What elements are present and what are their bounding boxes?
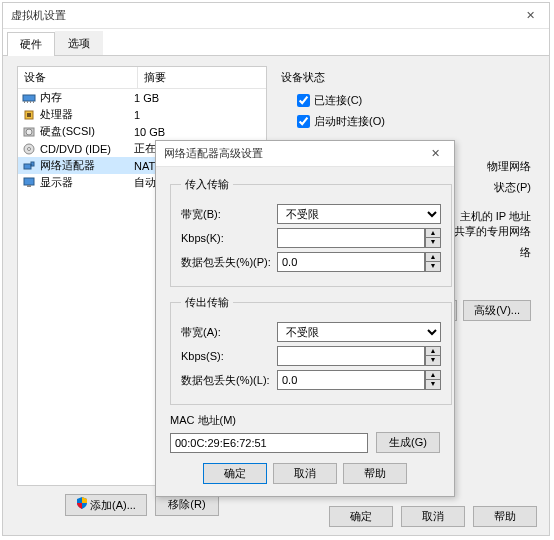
loss-out-spinner[interactable]: ▲▼ (425, 370, 441, 390)
kbps-in-label: Kbps(K): (181, 232, 277, 244)
bandwidth-in-select[interactable]: 不受限 (277, 204, 441, 224)
incoming-group: 传入传输 带宽(B): 不受限 Kbps(K): ▲▼ 数据包丢失(%)(P):… (170, 177, 452, 287)
memory-icon (22, 91, 36, 105)
connect-at-poweron-checkbox[interactable]: 启动时连接(O) (293, 112, 531, 131)
kbps-in-input[interactable] (277, 228, 425, 248)
main-footer: 确定 取消 帮助 (329, 506, 537, 527)
table-row[interactable]: 内存1 GB (18, 89, 266, 106)
incoming-legend: 传入传输 (181, 177, 233, 192)
svg-rect-6 (27, 113, 31, 117)
net-icon (22, 159, 36, 173)
dialog-cancel-button[interactable]: 取消 (273, 463, 337, 484)
connected-checkbox[interactable]: 已连接(C) (293, 91, 531, 110)
close-icon[interactable]: ✕ (520, 7, 541, 24)
svg-rect-11 (24, 164, 31, 169)
main-titlebar: 虚拟机设置 ✕ (3, 3, 549, 29)
kbps-out-spinner[interactable]: ▲▼ (425, 346, 441, 366)
cd-icon (22, 142, 36, 156)
cancel-button[interactable]: 取消 (401, 506, 465, 527)
bandwidth-out-select[interactable]: 不受限 (277, 322, 441, 342)
bandwidth-out-label: 带宽(A): (181, 325, 277, 340)
tab-hardware[interactable]: 硬件 (7, 32, 55, 56)
col-summary: 摘要 (138, 67, 172, 88)
main-title: 虚拟机设置 (11, 8, 520, 23)
device-name: 内存 (40, 90, 62, 105)
table-row[interactable]: 处理器1 (18, 106, 266, 123)
device-name: CD/DVD (IDE) (40, 143, 111, 155)
device-status-label: 设备状态 (281, 70, 531, 85)
dialog-ok-button[interactable]: 确定 (203, 463, 267, 484)
svg-rect-1 (24, 101, 25, 103)
dialog-title: 网络适配器高级设置 (164, 146, 425, 161)
outgoing-group: 传出传输 带宽(A): 不受限 Kbps(S): ▲▼ 数据包丢失(%)(L):… (170, 295, 452, 405)
device-name: 硬盘(SCSI) (40, 124, 95, 139)
svg-rect-2 (27, 101, 28, 103)
shield-icon (76, 497, 88, 509)
loss-in-input[interactable] (277, 252, 425, 272)
disk-icon (22, 125, 36, 139)
advanced-button[interactable]: 高级(V)... (463, 300, 531, 321)
svg-rect-3 (30, 101, 31, 103)
col-device: 设备 (18, 67, 138, 88)
loss-in-label: 数据包丢失(%)(P): (181, 255, 277, 270)
dialog-close-icon[interactable]: ✕ (425, 145, 446, 162)
advanced-dialog: 网络适配器高级设置 ✕ 传入传输 带宽(B): 不受限 Kbps(K): ▲▼ … (155, 140, 455, 497)
bandwidth-in-label: 带宽(B): (181, 207, 277, 222)
device-name: 显示器 (40, 175, 73, 190)
table-row[interactable]: 硬盘(SCSI)10 GB (18, 123, 266, 140)
svg-point-8 (26, 129, 32, 135)
dialog-help-button[interactable]: 帮助 (343, 463, 407, 484)
device-name: 处理器 (40, 107, 73, 122)
dialog-titlebar: 网络适配器高级设置 ✕ (156, 141, 454, 167)
kbps-out-label: Kbps(S): (181, 350, 277, 362)
outgoing-legend: 传出传输 (181, 295, 233, 310)
loss-in-spinner[interactable]: ▲▼ (425, 252, 441, 272)
tab-options[interactable]: 选项 (55, 31, 103, 55)
svg-rect-14 (24, 178, 34, 185)
svg-rect-15 (27, 185, 31, 187)
cpu-icon (22, 108, 36, 122)
table-header: 设备 摘要 (18, 67, 266, 89)
svg-point-10 (28, 147, 31, 150)
loss-out-input[interactable] (277, 370, 425, 390)
ok-button[interactable]: 确定 (329, 506, 393, 527)
remove-button[interactable]: 移除(R) (155, 494, 219, 516)
device-summary: 10 GB (134, 126, 262, 138)
kbps-in-spinner[interactable]: ▲▼ (425, 228, 441, 248)
device-summary: 1 (134, 109, 262, 121)
device-summary: 1 GB (134, 92, 262, 104)
add-button[interactable]: 添加(A)... (65, 494, 147, 516)
loss-out-label: 数据包丢失(%)(L): (181, 373, 277, 388)
generate-button[interactable]: 生成(G) (376, 432, 440, 453)
help-button[interactable]: 帮助 (473, 506, 537, 527)
display-icon (22, 176, 36, 190)
svg-rect-4 (33, 101, 34, 103)
mac-label: MAC 地址(M) (170, 413, 440, 428)
mac-input[interactable] (170, 433, 368, 453)
tabs: 硬件 选项 (3, 29, 549, 56)
device-name: 网络适配器 (40, 158, 95, 173)
svg-rect-0 (23, 95, 35, 101)
kbps-out-input[interactable] (277, 346, 425, 366)
